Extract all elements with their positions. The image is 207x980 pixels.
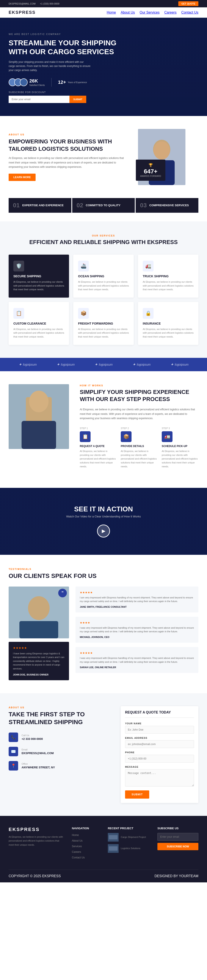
nav-services[interactable]: Our Services — [139, 11, 160, 14]
footer-recent-1: Cargo Shipment Project — [108, 833, 149, 842]
step-3-desc: At Ekspress, we believe in providing our… — [162, 449, 198, 468]
step-3-num: STEP 3 — [162, 427, 198, 430]
subscribe-button[interactable]: SUBMIT — [70, 95, 86, 103]
testimonial-2-author: MICHAEL JOHNSON, CEO — [80, 636, 194, 638]
form-email-label: EMAIL ADDRESS — [125, 737, 194, 739]
form-name-input[interactable] — [125, 726, 194, 733]
logo-icon-2: ✦ — [57, 362, 60, 367]
svg-point-3 — [153, 142, 170, 159]
step-2-title: PROVIDE DETAILS — [121, 445, 157, 448]
recent-img-2 — [108, 844, 119, 853]
form-submit-button[interactable]: SUBMIT — [125, 791, 149, 799]
contact-form: REQUEST A QUOTE TODAY YOUR NAME EMAIL AD… — [121, 706, 198, 803]
service-card-freight: 📦 FREIGHT FORWARDING At Ekspress, we bel… — [73, 302, 134, 345]
hero-stat-clients: 26K Satisfied Clients — [9, 78, 45, 87]
about-text: ABOUT US EMPOWERING YOUR BUSINESS WITH T… — [9, 133, 127, 181]
service-card-ocean: 🚢 OCEAN SHIPPING At Ekspress, we believe… — [73, 255, 134, 298]
service-desc-custom: At Ekspress, we believe in providing our… — [13, 328, 64, 339]
footer-nav-about[interactable]: About Us — [72, 839, 82, 842]
nav-careers[interactable]: Careers — [164, 11, 177, 14]
service-desc-secure: At Ekspress, we believe in providing our… — [13, 280, 64, 291]
play-button[interactable]: ▶ — [97, 525, 110, 538]
footer-recent-title: RECENT PROJECT — [108, 827, 149, 830]
main-testimonial-card: ★★★★★ I have been using Ekspress cargo l… — [9, 642, 69, 680]
service-icon-ocean: 🚢 — [78, 261, 89, 272]
form-email-group: EMAIL ADDRESS — [125, 737, 194, 748]
top-bar: EKSPRESS@MAIL.COM +1 (333) 000-0000 GET … — [0, 0, 207, 7]
navbar-logo: EKSPRESS — [9, 10, 36, 15]
footer-subscribe-input[interactable] — [157, 833, 198, 841]
logo-4: ✦ logoipsum — [133, 362, 151, 367]
service-title-freight: FREIGHT FORWARDING — [78, 322, 129, 325]
footer-nav-col: NAVIGATION Home About Us Services Career… — [72, 827, 99, 861]
logo-3: ✦ logoipsum — [95, 362, 113, 367]
service-desc-truck: At Ekspress, we believe in providing our… — [143, 280, 194, 291]
service-card-custom: 📋 CUSTOM CLEARANCE At Ekspress, we belie… — [9, 302, 69, 345]
form-email-input[interactable] — [125, 740, 194, 748]
recent-text-2: Logistics Solutions — [121, 847, 141, 850]
cta-left: ABOUT US TAKE THE FIRST STEP TO STREAMLI… — [9, 706, 108, 775]
nav-contact[interactable]: Contact Us — [181, 11, 198, 14]
testimonial-3-stars: ★★★★★ — [80, 651, 194, 655]
logos-strip: ✦ logoipsum ✦ logoipsum ✦ logoipsum ✦ lo… — [0, 358, 207, 371]
footer-nav-contact[interactable]: Contact Us — [72, 856, 85, 859]
how-image — [9, 384, 69, 449]
step-1-icon: 📋 — [80, 431, 90, 442]
step-1-num: STEP 1 — [80, 427, 117, 430]
footer-nav-careers[interactable]: Careers — [72, 850, 81, 853]
service-title-secure: SECURE SHIPPING — [13, 274, 64, 278]
how-image-area — [9, 384, 69, 449]
footer-recent-list: Cargo Shipment Project Logistics Solutio… — [108, 833, 149, 853]
form-phone-input[interactable] — [125, 755, 194, 762]
logo-2: ✦ logoipsum — [57, 362, 75, 367]
services-section: OUR SERVICES EFFICIENT AND RELIABLE SHIP… — [0, 221, 207, 358]
footer-nav-services[interactable]: Services — [72, 845, 82, 848]
service-icon-custom: 📋 — [13, 308, 24, 319]
quote-mark: " — [58, 589, 67, 597]
topbar-get-quote-button[interactable]: GET QUOTE — [178, 1, 198, 6]
footer-subscribe-button[interactable]: SUBSCRIBE NOW — [157, 843, 198, 850]
pillar-3-num: 03 — [140, 202, 147, 209]
step-3-icon: 🚛 — [162, 431, 172, 442]
footer-subscribe-title: SUBSCRIBE US — [157, 827, 198, 830]
hero-section: WE ARE BEST LOGISTIC COMPANY STREAMLINE … — [0, 18, 207, 116]
footer-nav-title: NAVIGATION — [72, 827, 99, 830]
footer-recent-2: Logistics Solutions — [108, 844, 149, 853]
how-title: SIMPLIFY YOUR SHIPPING EXPERIENCE WITH O… — [80, 388, 198, 403]
how-text: HOW IT WORKS SIMPLIFY YOUR SHIPPING EXPE… — [80, 384, 198, 475]
footer-about-col: EKSPRESS At Ekspress, we believe in prov… — [9, 827, 63, 861]
footer-nav-list: Home About Us Services Careers Contact U… — [72, 833, 99, 859]
phone-value: +2 333 000-0000 — [22, 737, 43, 740]
service-desc-freight: At Ekspress, we believe in providing our… — [78, 328, 129, 339]
pillar-3-title: COMPREHENSIVE SERVICES — [149, 204, 189, 207]
service-title-ocean: OCEAN SHIPPING — [78, 274, 129, 278]
logo-icon-4: ✦ — [133, 362, 136, 367]
top-email: EKSPRESS@MAIL.COM — [9, 2, 36, 5]
testimonial-image: " — [9, 587, 69, 638]
form-phone-label: PHONE — [125, 751, 194, 754]
how-description: At Ekspress, we believe in providing our… — [80, 407, 198, 420]
contact-phone-item: 📞 Call Us +2 333 000-0000 — [9, 732, 108, 742]
testimonial-card-2: ★★★★ I was very impressed with Ekspress … — [76, 617, 198, 643]
main-testimonial-text: I have been using Ekspress cargo logisti… — [13, 652, 65, 671]
subscribe-input[interactable] — [9, 95, 70, 103]
stat-experience-num: 12+ — [58, 80, 66, 85]
testimonial-card-3: ★★★★★ I was very impressed with Ekspress… — [76, 647, 198, 673]
form-message-input[interactable] — [125, 769, 194, 786]
email-label: Email — [22, 748, 54, 751]
badge-label: AWARDS FORWARD — [140, 175, 161, 177]
svg-rect-12 — [109, 835, 117, 839]
nav-about[interactable]: About Us — [121, 11, 135, 14]
footer-nav-home[interactable]: Home — [72, 834, 79, 837]
testimonial-1-text: I am very impressed with Ekspress handli… — [80, 596, 194, 603]
testimonial-card-1: ★★★★★ I am very impressed with Ekspress … — [76, 587, 198, 612]
hero-stats: 26K Satisfied Clients 12+ Years of Exper… — [9, 78, 198, 87]
form-message-group: MESSAGE — [125, 765, 194, 788]
award-icon: 🏆 — [140, 163, 161, 167]
step-1: STEP 1 📋 REQUEST A QUOTE At Ekspress, we… — [80, 427, 117, 475]
main-testimonial-stars: ★★★★★ — [13, 646, 65, 649]
steps-container: STEP 1 📋 REQUEST A QUOTE At Ekspress, we… — [80, 427, 198, 475]
learn-more-button[interactable]: LEARN MORE — [9, 173, 36, 181]
form-name-label: YOUR NAME — [125, 722, 194, 725]
nav-home[interactable]: Home — [107, 11, 116, 14]
